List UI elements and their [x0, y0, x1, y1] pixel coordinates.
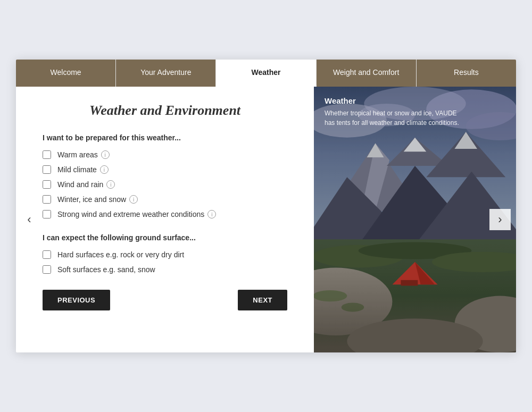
checkbox-strong-wind[interactable]	[43, 210, 51, 218]
weather-option-warm[interactable]: Warm areas i	[43, 150, 287, 159]
weather-options-group: Warm areas i Mild climate i Wind and rai…	[43, 150, 287, 218]
checkbox-warm[interactable]	[43, 150, 51, 159]
right-panel: Weather Whether tropical heat or snow an…	[314, 87, 516, 352]
next-image-arrow[interactable]: ›	[489, 209, 511, 230]
info-icon-mild[interactable]: i	[100, 165, 109, 174]
info-icon-strong-wind[interactable]: i	[207, 210, 216, 218]
weather-option-strong-wind[interactable]: Strong wind and extreme weather conditio…	[43, 210, 287, 218]
ground-option-hard[interactable]: Hard surfaces e.g. rock or very dry dirt	[43, 250, 287, 259]
info-icon-wind-rain[interactable]: i	[106, 180, 115, 189]
prev-arrow[interactable]: ‹	[20, 211, 38, 229]
checkbox-winter[interactable]	[43, 195, 51, 204]
overlay-description: Whether tropical heat or snow and ice, V…	[325, 108, 463, 128]
weather-option-mild-label: Mild climate	[57, 165, 97, 174]
ground-option-soft-label: Soft surfaces e.g. sand, snow	[57, 265, 155, 274]
tab-results[interactable]: Results	[417, 60, 516, 87]
info-icon-winter[interactable]: i	[129, 195, 138, 204]
previous-button[interactable]: PREVIOUS	[43, 290, 110, 310]
button-row: PREVIOUS NEXT	[43, 290, 287, 310]
tab-weight-and-comfort[interactable]: Weight and Comfort	[317, 60, 417, 87]
weather-option-wind-rain[interactable]: Wind and rain i	[43, 180, 287, 189]
tab-navigation: Welcome Your Adventure Weather Weight an…	[16, 60, 516, 87]
info-icon-warm[interactable]: i	[101, 150, 110, 159]
overlay-title: Weather	[325, 96, 463, 105]
image-overlay: Weather Whether tropical heat or snow an…	[314, 87, 473, 137]
weather-option-wind-rain-label: Wind and rain	[57, 180, 103, 189]
checkbox-mild[interactable]	[43, 165, 51, 174]
ground-option-hard-label: Hard surfaces e.g. rock or very dry dirt	[57, 250, 184, 259]
page-title: Weather and Environment	[43, 103, 287, 119]
left-panel: ‹ Weather and Environment I want to be p…	[16, 87, 314, 352]
ground-option-soft[interactable]: Soft surfaces e.g. sand, snow	[43, 265, 287, 274]
app-container: Welcome Your Adventure Weather Weight an…	[16, 60, 516, 352]
checkbox-wind-rain[interactable]	[43, 180, 51, 189]
tab-weather[interactable]: Weather	[216, 60, 316, 87]
checkbox-soft[interactable]	[43, 265, 51, 274]
checkbox-hard[interactable]	[43, 250, 51, 259]
weather-option-strong-wind-label: Strong wind and extreme weather conditio…	[57, 210, 204, 218]
next-button[interactable]: NEXT	[238, 290, 287, 310]
weather-option-winter-label: Winter, ice and snow	[57, 195, 126, 204]
tab-welcome[interactable]: Welcome	[16, 60, 116, 87]
tab-your-adventure[interactable]: Your Adventure	[116, 60, 216, 87]
weather-option-warm-label: Warm areas	[57, 150, 98, 159]
section1-label: I want to be prepared for this weather..…	[43, 133, 287, 142]
weather-option-mild[interactable]: Mild climate i	[43, 165, 287, 174]
weather-option-winter[interactable]: Winter, ice and snow i	[43, 195, 287, 204]
main-content: ‹ Weather and Environment I want to be p…	[16, 87, 516, 352]
ground-options-group: Hard surfaces e.g. rock or very dry dirt…	[43, 250, 287, 274]
section2-label: I can expect the following ground surfac…	[43, 233, 287, 242]
